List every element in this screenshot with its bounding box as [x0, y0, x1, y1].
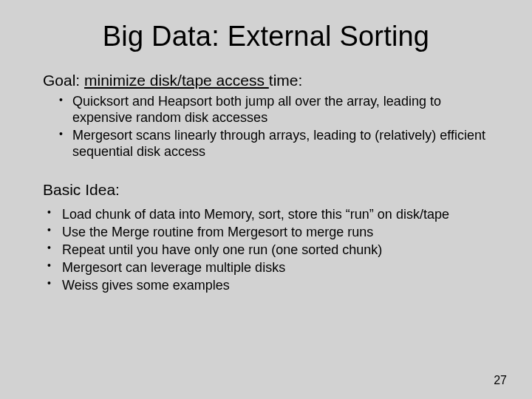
idea-bullet: Repeat until you have only one run (one … [46, 242, 489, 259]
idea-bullet: Weiss gives some examples [46, 277, 489, 294]
goal-bullet: Mergesort scans linearly through arrays,… [59, 128, 489, 160]
goal-prefix: Goal: [43, 72, 84, 89]
idea-heading: Basic Idea: [43, 181, 489, 199]
goal-underlined: minimize disk/tape access [84, 72, 269, 89]
idea-bullet: Mergesort can leverage multiple disks [46, 259, 489, 276]
idea-bullet: Use the Merge routine from Mergesort to … [46, 224, 489, 241]
idea-bullet: Load chunk of data into Memory, sort, st… [46, 206, 489, 223]
goal-bullet-list: Quicksort and Heapsort both jump all ove… [43, 94, 489, 160]
page-number: 27 [494, 374, 507, 387]
idea-bullet-list: Load chunk of data into Memory, sort, st… [43, 206, 489, 294]
slide-title: Big Data: External Sorting [43, 21, 489, 52]
goal-suffix: time: [269, 72, 303, 89]
goal-bullet: Quicksort and Heapsort both jump all ove… [59, 94, 489, 126]
goal-heading: Goal: minimize disk/tape access time: [43, 72, 489, 89]
